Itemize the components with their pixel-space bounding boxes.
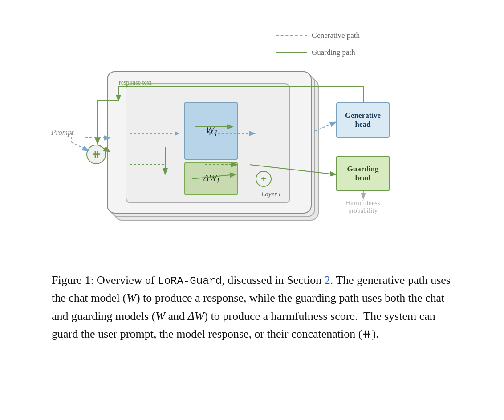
caption-text: Figure 1: Overview of LoRA-Guard, discus…: [52, 274, 451, 340]
legend-generative: Generative path: [276, 31, 360, 40]
dwl-label: ΔWl: [203, 172, 219, 185]
dwl-block: ΔWl: [184, 162, 238, 195]
caption: Figure 1: Overview of LoRA-Guard, discus…: [52, 271, 452, 343]
generative-head-box: Generativehead: [336, 102, 390, 138]
legend-guarding: Guarding path: [276, 48, 360, 57]
generative-path-label: Generative path: [312, 31, 360, 40]
svg-line-17: [72, 142, 88, 150]
legend: Generative path Guarding path: [276, 31, 360, 61]
wl-block: Wl: [184, 102, 238, 160]
harmfulness-label: Harmfulnessprobability: [334, 199, 392, 214]
dashed-line-icon: [276, 35, 307, 36]
layer-card-front: Wl ΔWl + Layer l: [107, 71, 312, 214]
layer-stack: Wl ΔWl + Layer l: [107, 71, 321, 222]
section-link[interactable]: 2: [325, 274, 330, 287]
plus-circle: +: [256, 171, 272, 187]
guarding-head-box: Guardinghead: [336, 156, 390, 191]
response-text-label: –response text–: [116, 79, 154, 86]
prompt-label: Prompt: [51, 128, 73, 137]
solid-line-icon: [276, 52, 307, 53]
inner-box: Wl ΔWl + Layer l: [126, 83, 290, 203]
wl-label: Wl: [205, 123, 217, 138]
guarding-path-label: Guarding path: [312, 48, 355, 57]
diagram-area: Generative path Guarding path Wl: [27, 13, 477, 254]
lora-guard-label: LoRA-Guard: [158, 275, 222, 287]
concat-circle: ⧺: [86, 145, 106, 164]
layer-label: Layer l: [261, 190, 280, 198]
